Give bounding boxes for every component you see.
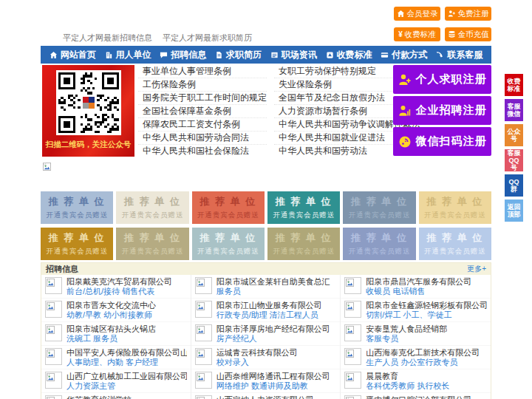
job-texts: 中国平安人寿保险股份有限公司山西分公司人事助理、内勤 客户经理 [66,348,187,367]
recommend-unit-title: 推 荐 单 位 [200,231,256,245]
coins-icon [448,30,456,38]
job-listing: 安泰垦荒人食品经销部客服专员 [341,322,491,346]
company-link[interactable]: 安泰垦荒人食品经销部 [366,324,447,334]
company-link[interactable]: 山西海泰克化工新技术有限公司 [366,348,480,358]
jobs-column: 阳泉市城区金莱轩自助美食总汇服务员阳泉市江山物业服务有限公司行政专员/助理 清洁… [191,275,341,399]
company-link[interactable]: 阳泉市泽厚房地产经纪有限公司 [216,324,330,334]
float-fee-standard[interactable]: 收费标准 [505,74,523,96]
nav-item-home[interactable]: 网站首页 [50,49,96,61]
coin-recharge-button[interactable]: 金币充值 [445,27,491,41]
jobs-section: 招聘信息 更多+ 阳泉戴美克汽车贸易有限公司前台/总机/接待 销售代表阳泉市晋东… [41,262,491,399]
recommend-unit-box[interactable]: 推 荐 单 位开通贵宾会员赠送 [192,228,265,260]
position-links[interactable]: 前台/总机/接待 销售代表 [66,287,172,296]
company-logo-broken-image [344,277,361,294]
company-link[interactable]: 中国平安人寿保险股份有限公司山西分公司 [66,348,187,358]
wechat-icon [398,135,412,149]
nav-item-support[interactable]: 联系客服 [436,49,482,61]
position-links[interactable]: 各科优秀教师 执行校长 [366,381,449,391]
position-links[interactable]: 网络维护 数通讲师及助教 [216,381,330,391]
position-links[interactable]: 洗碗工 服务员 [66,334,156,344]
company-link[interactable]: 晋中博尔口腔门诊部有限公司 [366,395,471,399]
recommend-unit-box[interactable]: 推 荐 单 位开通贵宾会员赠送 [192,191,265,224]
home-icon [50,51,58,59]
job-listing: 阳泉市江山物业服务有限公司行政专员/助理 清洁工程人员 [191,299,341,322]
company-link[interactable]: 华英教育培训学校 [66,395,132,399]
company-link[interactable]: 山西广立机械加工工业园有限公司 [66,372,187,381]
position-links[interactable]: 生产人员 办公室行政专员 [366,358,480,367]
personal-register-button[interactable]: 个人求职注册 [393,65,491,94]
position-links[interactable]: 房产经纪人 [216,334,330,344]
nav-item-career-news[interactable]: 职场资讯 [270,49,317,61]
recommend-unit-box[interactable]: 推 荐 单 位开通贵宾会员赠送 [267,228,340,260]
policy-link[interactable]: 工伤保险条例 [138,78,267,92]
fee-standard-button[interactable]: ¥收费标准 [394,27,440,41]
position-links[interactable]: 校对录入 [216,358,298,367]
nav-item-pricing[interactable]: 收费标准 [326,49,372,61]
qr-panel: 扫描二维码，关注公众号 [42,65,134,157]
recommend-units-grid: 推 荐 单 位开通贵宾会员赠送推 荐 单 位开通贵宾会员赠送推 荐 单 位开通贵… [41,191,491,260]
position-links[interactable]: 人事助理、内勤 客户经理 [66,358,187,367]
company-link[interactable]: 阳泉戴美克汽车贸易有限公司 [66,277,172,287]
recommend-unit-box[interactable]: 推 荐 单 位开通贵宾会员赠送 [343,228,415,260]
jobs-more-link[interactable]: 更多+ [467,264,486,274]
broken-banner-image-icon [43,160,51,174]
policy-link[interactable]: 中华人民共和国劳动合同法 [138,132,267,145]
company-link[interactable]: 阳泉市晋东文化交流中心 [66,301,156,310]
policy-link[interactable]: 事业单位人事管理条例 [138,65,267,78]
float-official-account[interactable]: 公众号 [505,124,523,146]
recommend-unit-box[interactable]: 推 荐 单 位开通贵宾会员赠送 [419,228,491,260]
nav-item-payment[interactable]: 付款方式 [381,49,427,61]
nav-item-job-info[interactable]: 招聘信息 [160,49,206,61]
recommend-unit-box[interactable]: 推 荐 单 位开通贵宾会员赠送 [267,191,340,224]
company-register-button[interactable]: 企业招聘注册 [393,96,491,125]
recommend-unit-title: 推 荐 单 位 [351,195,408,208]
position-links[interactable]: 切割/焊工 小工、学徒工 [366,310,487,320]
position-links[interactable]: 幼教/早教 幼小衔接教师 [66,310,156,320]
company-link[interactable]: 阳泉市金钰鑫源轻钢彩板有限公司 [366,301,487,310]
job-texts: 阳泉戴美克汽车贸易有限公司前台/总机/接待 销售代表 [66,277,172,296]
recommend-unit-box[interactable]: 推 荐 单 位开通贵宾会员赠送 [41,228,113,260]
company-link[interactable]: 山西定坤人力资源有限公司 [216,395,314,399]
float-back-to-top[interactable]: 返回顶部 [505,200,523,222]
member-login-button[interactable]: 会员登录 [394,7,440,21]
company-link[interactable]: 阳泉市江山物业服务有限公司 [216,301,322,310]
recommend-unit-subtitle: 开通贵宾会员赠送 [424,211,486,220]
job-listing: 华英教育培训学校人事专员助理 [41,393,191,399]
recommend-unit-box[interactable]: 推 荐 单 位开通贵宾会员赠送 [116,228,188,260]
nav-item-resumes[interactable]: 求职简历 [215,49,262,61]
job-texts: 晋中博尔口腔门诊部有限公司口腔执业医师 [366,395,471,399]
recommend-unit-box[interactable]: 推 荐 单 位开通贵宾会员赠送 [41,191,113,224]
recommend-unit-box[interactable]: 推 荐 单 位开通贵宾会员赠送 [116,191,188,224]
position-links[interactable]: 客服专员 [366,334,447,344]
person-add-icon [398,73,412,86]
recommend-unit-box[interactable]: 推 荐 单 位开通贵宾会员赠送 [343,191,415,224]
float-wechat-service[interactable]: 客服微信 [505,99,523,121]
position-links[interactable]: 人力资源主管 [66,381,187,391]
position-links[interactable]: 行政专员/助理 清洁工程人员 [216,310,322,320]
company-link[interactable]: 山西奈维网络通讯工程有限公司 [216,372,330,381]
job-listing: 山西定坤人力资源有限公司财务主管 项目经理 [191,393,341,399]
wechat-register-button[interactable]: 微信扫码注册 [393,127,491,156]
job-listing: 晨晨教育各科优秀教师 执行校长 [341,369,491,393]
position-links[interactable]: 收银员 电话销售 [366,287,471,296]
policy-link[interactable]: 中华人民共和国社会保险法 [138,145,267,157]
recommend-unit-box[interactable]: 推 荐 单 位开通贵宾会员赠送 [419,191,491,224]
position-links[interactable]: 服务员 [216,287,330,296]
company-link[interactable]: 运城青云科技有限公司 [216,348,298,358]
nav-item-employers[interactable]: 用人单位 [105,49,151,61]
policy-link[interactable]: 国务院关于职工工作时间的规定 [138,92,267,105]
company-link[interactable]: 阳泉市鼎昌汽车服务有限公司 [366,277,471,287]
free-register-button[interactable]: 免费注册 [445,7,491,21]
policy-link[interactable]: 全国社会保障基金条例 [138,105,267,118]
company-link[interactable]: 阳泉市城区有拈头火锅店 [66,324,156,334]
job-texts: 阳泉市金钰鑫源轻钢彩板有限公司切割/焊工 小工、学徒工 [366,301,487,320]
job-listing: 山西广立机械加工工业园有限公司人力资源主管 [41,369,191,393]
recommend-unit-subtitle: 开通贵宾会员赠送 [273,247,335,256]
company-link[interactable]: 阳泉市城区金莱轩自助美食总汇 [216,277,330,287]
policy-link[interactable]: 保障农民工工资支付条例 [138,118,267,132]
job-texts: 阳泉市晋东文化交流中心幼教/早教 幼小衔接教师 [66,301,156,320]
company-link[interactable]: 晨晨教育 [366,372,449,381]
float-qq-service[interactable]: 客服QQ号 [505,149,523,171]
job-texts: 安泰垦荒人食品经销部客服专员 [366,324,447,344]
float-qq-group[interactable]: QQ群 [505,174,523,197]
